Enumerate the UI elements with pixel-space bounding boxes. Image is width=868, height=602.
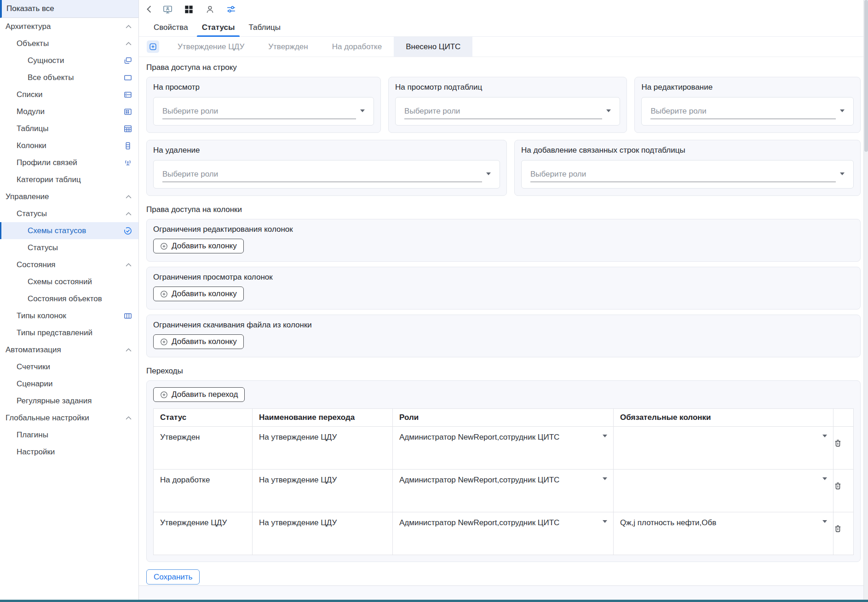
trash-icon — [834, 524, 842, 533]
cell-required-select[interactable] — [614, 470, 834, 512]
chevron-up-icon[interactable] — [126, 263, 132, 267]
sidebar-item-tables[interactable]: Таблицы — [0, 120, 138, 137]
sidebar-item-automation[interactable]: Автоматизация — [0, 341, 138, 358]
tab-properties[interactable]: Свойства — [147, 18, 195, 36]
cell-roles-select[interactable]: Администратор NewReport,сотрудник ЦИТС — [393, 470, 614, 512]
person-icon[interactable] — [205, 5, 215, 14]
cell-required-select[interactable] — [614, 427, 834, 470]
sidebar-item-entities[interactable]: Сущности — [0, 52, 138, 69]
sidebar-item-lists[interactable]: Списки — [0, 86, 138, 103]
sidebar-item-statuses-group[interactable]: Статусы — [0, 205, 138, 222]
bottom-accent-bar — [0, 600, 868, 602]
sidebar-item-objects[interactable]: Объекты — [0, 35, 138, 52]
sidebar-item-view-types[interactable]: Типы представлений — [0, 324, 138, 341]
select-placeholder: Выберите роли — [530, 170, 586, 179]
header-roles: Роли — [393, 409, 614, 427]
sidebar-item-scenarios[interactable]: Сценарии — [0, 375, 138, 392]
sidebar: Показать все Архитектура Объекты Сущност… — [0, 0, 139, 600]
card-title: На удаление — [153, 146, 500, 155]
cell-actions — [834, 470, 854, 512]
rectangle-icon — [123, 73, 132, 82]
table-row: Утвержден На утверждение ЦДУ Администрат… — [154, 427, 854, 470]
sidebar-item-states-group[interactable]: Состояния — [0, 256, 138, 273]
status-tab-rework[interactable]: На доработке — [320, 37, 394, 57]
chevron-up-icon[interactable] — [126, 195, 132, 199]
cell-transition-name[interactable]: На утверждение ЦДУ — [253, 427, 393, 470]
add-status-button[interactable] — [147, 40, 159, 53]
sidebar-item-columns[interactable]: Колонки — [0, 137, 138, 154]
caret-down-icon — [603, 477, 607, 480]
chevron-up-icon[interactable] — [126, 212, 132, 216]
cell-transition-name[interactable]: На утверждение ЦДУ — [253, 512, 393, 555]
tab-statuses[interactable]: Статусы — [195, 18, 242, 36]
delete-row-button[interactable] — [834, 524, 842, 533]
caret-down-icon — [486, 172, 491, 175]
back-chevron-left-icon[interactable] — [147, 6, 151, 13]
status-tabs: Утверждение ЦДУ Утвержден На доработке В… — [139, 37, 868, 57]
add-transition-button[interactable]: Добавить переход — [153, 387, 245, 402]
scrollbar-thumb[interactable] — [864, 0, 868, 152]
sidebar-item-counters[interactable]: Счетчики — [0, 358, 138, 375]
sidebar-item-state-schemes[interactable]: Схемы состояний — [0, 273, 138, 290]
status-tab-approval-cdu[interactable]: Утверждение ЦДУ — [166, 37, 256, 57]
card-title: Ограничения редактирования колонок — [153, 225, 854, 234]
sidebar-show-all[interactable]: Показать все — [0, 0, 138, 18]
chevron-up-icon[interactable] — [126, 25, 132, 29]
roles-select-edit[interactable]: Выберите роли — [641, 97, 854, 126]
modules-icon — [123, 107, 132, 116]
sidebar-item-table-categories[interactable]: Категории таблиц — [0, 171, 138, 188]
add-column-button[interactable]: Добавить колонку — [153, 239, 244, 253]
card-edit-restrictions: Ограничения редактирования колонок Добав… — [146, 219, 861, 262]
delete-row-button[interactable] — [834, 439, 842, 447]
select-underline — [162, 119, 356, 119]
add-column-button[interactable]: Добавить колонку — [153, 334, 244, 349]
plus-circle-icon — [160, 290, 168, 298]
sidebar-item-modules[interactable]: Модули — [0, 103, 138, 120]
sidebar-item-architecture[interactable]: Архитектура — [0, 18, 138, 35]
plus-circle-icon — [160, 242, 168, 250]
sidebar-item-status-schemes[interactable]: Схемы статусов — [0, 222, 138, 239]
trash-icon — [834, 482, 842, 490]
roles-select-add-linked[interactable]: Выберите роли — [521, 160, 854, 189]
chevron-up-icon[interactable] — [126, 348, 132, 352]
sidebar-item-all-objects[interactable]: Все объекты — [0, 69, 138, 86]
save-button[interactable]: Сохранить — [146, 569, 200, 585]
roles-select-delete[interactable]: Выберите роли — [153, 160, 500, 189]
sidebar-item-link-profiles[interactable]: Профили связей — [0, 154, 138, 171]
card-view-rights: На просмотр Выберите роли — [146, 77, 381, 133]
card-add-linked-rows-rights: На добавление связанных строк подтаблицы… — [514, 140, 861, 196]
cell-roles-select[interactable]: Администратор NewReport,сотрудник ЦИТС — [393, 427, 614, 470]
cell-roles-select[interactable]: Администратор NewReport,сотрудник ЦИТС — [393, 512, 614, 555]
card-title: На просмотр подтаблиц — [395, 83, 620, 92]
chevron-up-icon[interactable] — [126, 416, 132, 420]
monitor-icon[interactable] — [163, 5, 172, 14]
status-tab-entered-cits[interactable]: Внесено ЦИТС — [394, 37, 472, 57]
delete-row-button[interactable] — [834, 482, 842, 490]
sidebar-item-global-settings[interactable]: Глобальные настройки — [0, 409, 138, 426]
status-tab-approved[interactable]: Утвержден — [256, 37, 320, 57]
cell-required-select[interactable]: Qж,j плотность нефти,Обв — [614, 512, 834, 555]
roles-select-view[interactable]: Выберите роли — [153, 97, 374, 126]
sidebar-item-settings[interactable]: Настройки — [0, 443, 138, 460]
sidebar-item-management[interactable]: Управление — [0, 188, 138, 205]
header-required-columns: Обязательные колонки — [614, 409, 834, 427]
sidebar-item-object-states[interactable]: Состояния объектов — [0, 290, 138, 307]
sidebar-item-regular-tasks[interactable]: Регулярные задания — [0, 392, 138, 409]
caret-down-icon — [603, 435, 607, 437]
vertical-scrollbar[interactable] — [863, 0, 868, 600]
roles-select-view-subtables[interactable]: Выберите роли — [395, 97, 620, 126]
sidebar-item-plugins[interactable]: Плагины — [0, 426, 138, 443]
transitions-card: Добавить переход Статус Наименование пер… — [146, 380, 861, 562]
grid-apps-icon[interactable] — [184, 5, 194, 14]
cell-transition-name[interactable]: На утверждение ЦДУ — [253, 470, 393, 512]
sidebar-item-statuses[interactable]: Статусы — [0, 239, 138, 256]
cell-actions — [834, 427, 854, 470]
tab-tables[interactable]: Таблицы — [241, 18, 287, 36]
sidebar-item-column-types[interactable]: Типы колонок — [0, 307, 138, 324]
select-placeholder: Выберите роли — [162, 107, 218, 116]
select-underline — [404, 119, 602, 119]
add-column-button[interactable]: Добавить колонку — [153, 287, 244, 301]
caret-down-icon — [822, 520, 827, 523]
sliders-icon[interactable] — [226, 5, 236, 14]
chevron-up-icon[interactable] — [126, 42, 132, 46]
